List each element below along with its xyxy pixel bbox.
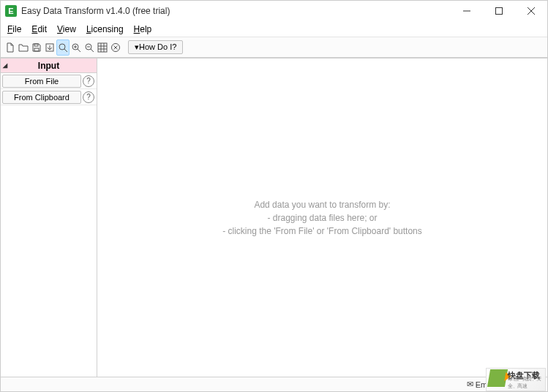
sidebar-header-input: ◢ Input (1, 59, 97, 73)
placeholder-line: - clicking the 'From File' or 'From Clip… (222, 225, 422, 238)
how-do-i-button[interactable]: ▾How Do I? (128, 40, 183, 54)
placeholder-text: Add data you want to transform by: - dra… (222, 198, 422, 238)
collapse-arrow-icon[interactable]: ◢ (3, 62, 7, 69)
email-us-link[interactable]: ✉ Email us questions (467, 380, 543, 389)
open-folder-icon[interactable] (17, 39, 30, 56)
zoom-icon[interactable] (56, 39, 70, 56)
placeholder-line: - dragging data files here; or (222, 211, 422, 225)
svg-line-8 (64, 49, 67, 52)
help-icon[interactable]: ? (83, 91, 94, 103)
svg-rect-5 (34, 44, 38, 46)
svg-rect-1 (496, 8, 503, 15)
window-controls (451, 1, 547, 21)
save-icon[interactable] (30, 39, 43, 56)
toolbar: ▾How Do I? (1, 37, 547, 58)
svg-line-14 (91, 49, 94, 52)
grid-icon[interactable] (96, 39, 109, 56)
help-icon[interactable]: ? (83, 75, 94, 87)
close-button[interactable] (515, 1, 547, 21)
mail-icon: ✉ (467, 380, 473, 389)
cancel-icon[interactable] (109, 39, 122, 56)
canvas-drop-area[interactable]: Add data you want to transform by: - dra… (97, 59, 547, 377)
sidebar-row-from-file: From File ? (1, 73, 97, 89)
svg-rect-4 (34, 48, 39, 51)
menu-licensing[interactable]: Licensing (81, 23, 129, 36)
maximize-button[interactable] (483, 1, 515, 21)
menu-view[interactable]: View (52, 23, 81, 36)
zoom-out-icon[interactable] (83, 39, 96, 56)
placeholder-line: Add data you want to transform by: (222, 198, 422, 211)
from-file-button[interactable]: From File (2, 75, 81, 88)
menu-edit[interactable]: Edit (26, 23, 52, 36)
main-area: ◢ Input From File ? From Clipboard ? Add… (1, 58, 547, 377)
window-title: Easy Data Transform v1.4.0 (free trial) (21, 6, 451, 16)
email-label: Email us questions (476, 380, 543, 389)
new-file-icon[interactable] (4, 39, 17, 56)
svg-line-10 (78, 49, 80, 52)
export-icon[interactable] (43, 39, 56, 56)
svg-point-7 (59, 44, 65, 50)
zoom-in-icon[interactable] (70, 39, 83, 56)
svg-rect-16 (98, 43, 107, 52)
sidebar-row-from-clipboard: From Clipboard ? (1, 89, 97, 105)
from-clipboard-button[interactable]: From Clipboard (2, 91, 81, 104)
sidebar-header-label: Input (38, 61, 59, 71)
app-icon: E (5, 5, 17, 17)
menubar: File Edit View Licensing Help (1, 21, 547, 37)
menu-file[interactable]: File (2, 23, 26, 36)
menu-help[interactable]: Help (129, 23, 157, 36)
minimize-button[interactable] (451, 1, 483, 21)
statusbar: ✉ Email us questions (1, 377, 547, 391)
sidebar: ◢ Input From File ? From Clipboard ? (1, 59, 97, 377)
titlebar: E Easy Data Transform v1.4.0 (free trial… (1, 1, 547, 21)
